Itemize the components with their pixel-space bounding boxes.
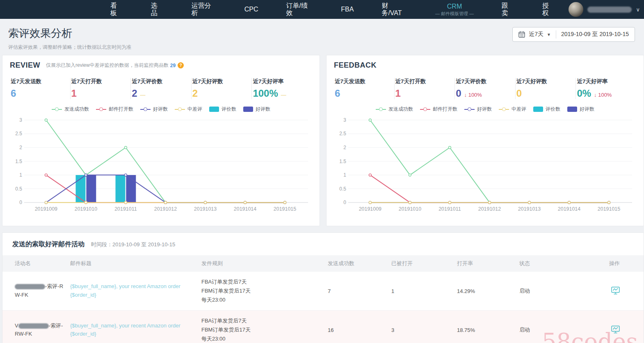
legend-item[interactable]: 好评数 bbox=[567, 106, 594, 113]
svg-text:3: 3 bbox=[19, 117, 22, 123]
nav-item-label: 选品 bbox=[151, 2, 164, 16]
column-header: 打开率 bbox=[457, 260, 519, 267]
metric-value: 0 bbox=[456, 88, 461, 99]
sent-count: 7 bbox=[328, 288, 391, 294]
activities-period: 时间段：2019-10-09 至 2019-10-15 bbox=[91, 241, 175, 248]
legend-item[interactable]: 评价数 bbox=[209, 106, 236, 113]
nav-item-label: CPC bbox=[244, 6, 258, 13]
metric-trend: ↓ 100% bbox=[594, 92, 612, 98]
email-title-link[interactable]: {$buyer_full_name}, your recent Amazon o… bbox=[70, 282, 201, 300]
view-stats-icon[interactable] bbox=[611, 325, 620, 335]
nav-item-8[interactable]: CRM— 邮件模版管理 — bbox=[421, 3, 488, 16]
svg-text:2.5: 2.5 bbox=[339, 131, 346, 136]
metric-label: 近7天好评率 bbox=[253, 78, 310, 85]
legend-label: 评价数 bbox=[222, 106, 236, 113]
date-range-preset[interactable]: 近7天 bbox=[529, 31, 544, 38]
nav-item-3[interactable]: 运营分析 bbox=[177, 2, 230, 16]
redacted-text bbox=[15, 284, 45, 289]
metric-value: 0 bbox=[516, 88, 522, 99]
legend-item[interactable]: 好评数 bbox=[140, 106, 168, 113]
nav-item-1[interactable]: 看板 bbox=[96, 2, 137, 16]
svg-text:20191013: 20191013 bbox=[194, 206, 217, 212]
legend-item[interactable]: 好评数 bbox=[464, 106, 492, 113]
nav-item-6[interactable]: FBA bbox=[327, 6, 368, 13]
svg-text:20191012: 20191012 bbox=[478, 206, 501, 212]
sent-count: 16 bbox=[328, 327, 391, 333]
svg-text:0: 0 bbox=[343, 200, 346, 205]
opened-count: 1 bbox=[391, 288, 457, 294]
chevron-down-icon[interactable]: ∨ bbox=[636, 7, 640, 13]
legend-item[interactable]: 发送成功数 bbox=[52, 106, 89, 113]
nav-item-2[interactable]: 选品 bbox=[137, 2, 178, 16]
email-title-link[interactable]: {$buyer_full_name}, your recent Amazon o… bbox=[70, 322, 201, 339]
legend-bar-swatch bbox=[533, 107, 543, 112]
svg-text:20191014: 20191014 bbox=[558, 206, 580, 212]
svg-text:0: 0 bbox=[19, 200, 22, 205]
table-row: V-索评-RW-FK{$buyer_full_name}, your recen… bbox=[2, 311, 644, 343]
feedback-card-title: FEEDBACK bbox=[334, 61, 377, 70]
feedback-chart: 00.511.522.53201910092019101020191011201… bbox=[334, 116, 636, 214]
review-chart-legend: 发送成功数邮件打开数好评数中差评评价数好评数 bbox=[10, 106, 312, 113]
nav-item-10[interactable]: 授权 bbox=[528, 2, 569, 16]
legend-item[interactable]: 中差评 bbox=[175, 106, 202, 113]
legend-item[interactable]: 发送成功数 bbox=[376, 106, 413, 113]
legend-label: 好评数 bbox=[477, 106, 492, 113]
legend-item[interactable]: 邮件打开数 bbox=[96, 106, 133, 113]
legend-label: 发送成功数 bbox=[388, 106, 413, 113]
metric: 近7天评价数2— bbox=[131, 78, 192, 99]
svg-text:20191015: 20191015 bbox=[274, 206, 296, 212]
legend-line-swatch bbox=[420, 107, 430, 111]
nav-item-9[interactable]: 跟卖 bbox=[488, 2, 528, 16]
page-subtitle: 评估索评效果，调整邮件策略；统计数据以北京时间为准 bbox=[8, 44, 636, 51]
svg-text:20191014: 20191014 bbox=[234, 206, 256, 212]
feedback-metrics: 近7天发送数6近7天打开数1近7天评价数0↓ 100%近7天好评数0近7天好评率… bbox=[334, 78, 636, 99]
metric-label: 近7天好评数 bbox=[516, 78, 573, 85]
legend-item[interactable]: 好评数 bbox=[243, 106, 270, 113]
user-menu[interactable]: ∨ bbox=[569, 2, 644, 17]
metric: 近7天发送数6 bbox=[334, 78, 395, 99]
legend-bar-swatch bbox=[243, 107, 253, 112]
metric-value: 6 bbox=[11, 88, 16, 99]
avatar[interactable] bbox=[569, 2, 583, 17]
svg-text:20191011: 20191011 bbox=[114, 206, 137, 212]
review-chart: 00.511.522.53201910092019101020191011201… bbox=[10, 116, 312, 214]
metric: 近7天评价数0↓ 100% bbox=[455, 78, 516, 99]
nav-item-label: 运营分析 bbox=[191, 2, 216, 16]
legend-item[interactable]: 中差评 bbox=[499, 106, 526, 113]
legend-label: 发送成功数 bbox=[64, 106, 89, 113]
view-stats-icon[interactable] bbox=[611, 286, 620, 296]
date-range-value[interactable]: 2019-10-09 至 2019-10-15 bbox=[561, 31, 629, 38]
svg-text:20191012: 20191012 bbox=[154, 206, 177, 212]
svg-text:2.5: 2.5 bbox=[15, 131, 22, 136]
nav-item-5[interactable]: 订单/绩效 bbox=[272, 2, 327, 16]
legend-label: 邮件打开数 bbox=[109, 106, 133, 113]
nav-item-4[interactable]: CPC bbox=[231, 6, 272, 13]
page-header: 索评效果分析 评估索评效果，调整邮件策略；统计数据以北京时间为准 近7天 ▼ 2… bbox=[0, 19, 644, 55]
legend-line-swatch bbox=[52, 107, 62, 111]
svg-text:2: 2 bbox=[19, 145, 22, 150]
nav-item-label: 授权 bbox=[542, 2, 555, 16]
legend-item[interactable]: 评价数 bbox=[533, 106, 560, 113]
column-header: 已被打开 bbox=[391, 260, 457, 267]
legend-item[interactable]: 邮件打开数 bbox=[420, 106, 457, 113]
column-header: 发件规则 bbox=[201, 260, 328, 267]
metric-trend: — bbox=[140, 92, 146, 98]
send-rules: FBA订单发货后7天FBM订单发货后17天每天23:00 bbox=[201, 316, 328, 343]
legend-line-swatch bbox=[376, 107, 386, 111]
nav-item-7[interactable]: 财务/VAT bbox=[368, 2, 421, 16]
username-redacted bbox=[587, 7, 632, 13]
campaign-name: V-索评-RW-FK bbox=[15, 322, 70, 339]
metric-value: 100% bbox=[253, 88, 278, 99]
metric-label: 近7天发送数 bbox=[11, 78, 68, 85]
nav-item-label: 财务/VAT bbox=[381, 2, 407, 16]
legend-bar-swatch bbox=[209, 107, 219, 112]
svg-text:1: 1 bbox=[343, 172, 346, 178]
metric-label: 近7天评价数 bbox=[132, 78, 189, 85]
metric-value: 1 bbox=[71, 88, 77, 99]
legend-line-swatch bbox=[499, 107, 509, 111]
review-card: REVIEW 仅展示已加入review中差评监控的数据，当前监控商品数 29 ?… bbox=[2, 55, 320, 226]
date-range-picker[interactable]: 近7天 ▼ 2019-10-09 至 2019-10-15 bbox=[512, 27, 635, 42]
metric: 近7天打开数1 bbox=[395, 78, 455, 99]
help-icon[interactable]: ? bbox=[178, 62, 184, 68]
metric-label: 近7天打开数 bbox=[395, 78, 452, 85]
